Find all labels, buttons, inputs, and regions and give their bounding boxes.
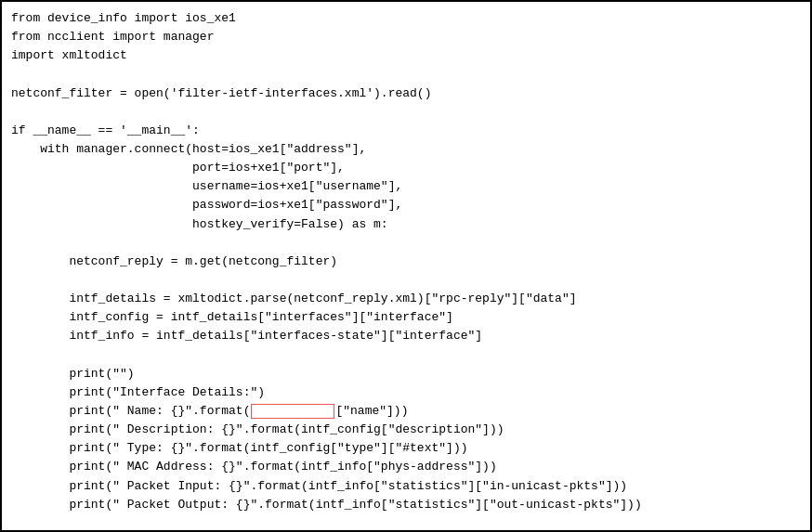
code-line: print(" Type: {}".format(intf_config["ty… [11,439,801,458]
code-line: print("Interface Details:") [11,383,801,402]
code-line: netconf_filter = open('filter-ietf-inter… [11,84,801,103]
code-line: import xmltodict [11,46,801,65]
code-line: print(" MAC Address: {}".format(intf_inf… [11,458,801,476]
code-line: print(" Description: {}".format(intf_con… [11,421,801,439]
code-line: intf_info = intf_details["interfaces-sta… [11,327,801,345]
highlight-input-box[interactable] [251,404,334,419]
code-line: from ncclient import manager [11,28,801,46]
code-line: print("") [11,365,801,383]
code-line: with manager.connect(host=ios_xe1["addre… [11,140,801,159]
code-line [11,65,801,84]
code-line: netconf_reply = m.get(netcong_filter) [11,253,801,271]
code-line [11,103,801,122]
code-line [11,346,801,365]
code-line: print(" Packet Output: {}".format(intf_i… [11,496,801,514]
code-line [11,234,801,253]
code-text-before: print(" Name: {}".format( [11,402,250,421]
code-line: username=ios+xe1["username"], [11,177,801,196]
code-line: hostkey_verify=False) as m: [11,215,801,234]
code-block: from device_info import ios_xe1from nccl… [0,0,812,532]
code-line: print(" Name: {}".format(["name"])) [11,402,801,421]
code-text-after: ["name"])) [335,402,408,421]
code-line: if __name__ == '__main__': [11,122,801,140]
code-line: intf_details = xmltodict.parse(netconf_r… [11,290,801,308]
code-line [11,271,801,290]
code-line: port=ios+xe1["port"], [11,159,801,177]
code-line: intf_config = intf_details["interfaces"]… [11,308,801,327]
code-line: print(" Packet Input: {}".format(intf_in… [11,477,801,496]
code-line: password=ios+xe1["password"], [11,196,801,214]
code-line: from device_info import ios_xe1 [11,9,801,28]
